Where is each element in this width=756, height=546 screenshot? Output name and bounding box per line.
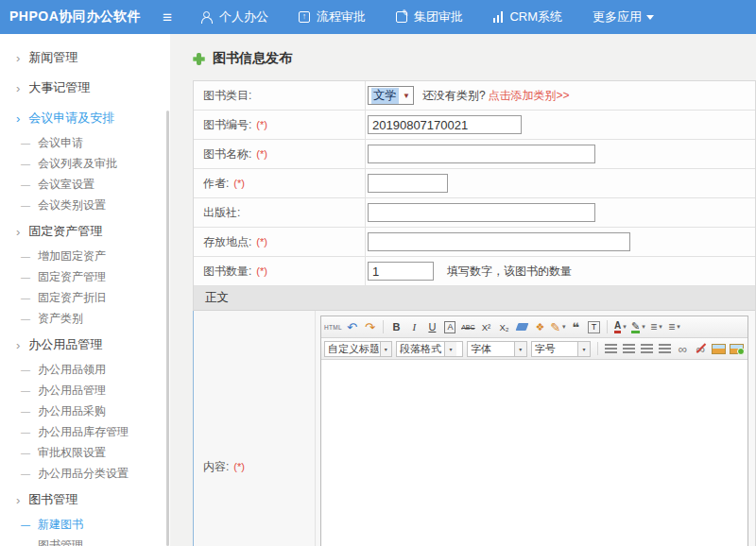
insert-link-button[interactable]: ∞ (675, 340, 691, 357)
required-mark: (*) (256, 148, 267, 160)
paste-text-button[interactable]: T (588, 321, 601, 333)
sidebar-item-supplies-category[interactable]: — 办公用品分类设置 (0, 463, 170, 484)
nav-crm-system[interactable]: CRM系统 (493, 9, 562, 26)
nav-personal-office[interactable]: 个人办公 (200, 9, 268, 26)
strikethrough-button[interactable]: ABC (460, 318, 476, 335)
redo-button[interactable]: ↷ (362, 318, 378, 335)
book-code-input[interactable] (368, 115, 522, 134)
sidebar-group-label: 图书管理 (28, 491, 77, 508)
chevron-right-icon: › (16, 493, 20, 507)
font-color-button[interactable]: A (614, 321, 621, 333)
nav-more-apps[interactable]: 更多应用 (593, 9, 654, 26)
toolbar-separator (607, 320, 608, 333)
font-family-select[interactable]: 字体 ▾ (467, 341, 526, 357)
author-input[interactable] (368, 174, 448, 193)
sidebar-item-label: 固定资产折旧 (38, 290, 106, 306)
field-label: 作者: (*) (194, 169, 365, 197)
eraser-button[interactable] (514, 318, 530, 335)
sidebar-scrollbar[interactable] (166, 111, 169, 546)
paragraph-format-select[interactable]: 段落格式 ▾ (396, 341, 463, 357)
format-clean-button[interactable]: ❖ (532, 318, 548, 335)
sidebar-item-asset-manage[interactable]: — 固定资产管理 (0, 266, 170, 287)
sidebar-group-events[interactable]: › 大事记管理 (0, 74, 170, 102)
select-caret-icon: ▾ (514, 342, 526, 356)
image-upload-icon (730, 344, 744, 354)
sidebar-group-meetings[interactable]: › 会议申请及安排 (0, 104, 170, 132)
sidebar-item-asset-category[interactable]: — 资产类别 (0, 308, 170, 329)
nav-group-approval[interactable]: ✎ 集团审批 (396, 9, 463, 26)
select-label: 字体 (468, 342, 513, 356)
sidebar-item-supplies-purchase[interactable]: — 办公用品采购 (0, 401, 170, 421)
editor-content-area[interactable] (321, 360, 747, 546)
sidebar-item-label: 会议类别设置 (38, 197, 106, 213)
html-source-button[interactable]: HTML (324, 318, 342, 335)
sidebar-item-meeting-apply[interactable]: — 会议申请 (0, 132, 170, 153)
sidebar-group-news[interactable]: › 新闻管理 (0, 43, 170, 72)
underline-button[interactable]: U (424, 318, 440, 335)
undo-button[interactable]: ↶ (344, 318, 360, 335)
font-size-select[interactable]: 字号 ▾ (531, 341, 591, 357)
insert-image-button[interactable] (711, 340, 727, 357)
label-text: 图书名称: (203, 146, 251, 162)
italic-button[interactable]: I (406, 318, 422, 335)
select-caret-icon: ▾ (444, 342, 456, 356)
align-center-button[interactable] (621, 340, 637, 357)
required-mark: (*) (256, 119, 267, 130)
sidebar-item-meeting-category[interactable]: — 会议类别设置 (0, 195, 170, 215)
align-justify-button[interactable] (657, 340, 673, 357)
sidebar-item-label: 办公用品采购 (38, 403, 106, 419)
quantity-hint: 填写数字，该图书的数量 (447, 264, 572, 280)
sidebar-group-books[interactable]: › 图书管理 (0, 486, 170, 514)
location-input[interactable] (368, 232, 630, 251)
select-label: 字号 (532, 342, 577, 356)
sidebar-group-office-supplies[interactable]: › 办公用品管理 (0, 331, 170, 359)
quantity-input[interactable] (368, 262, 434, 281)
form-row-code: 图书编号: (*) (194, 111, 755, 140)
highlight-color-button[interactable]: ✎ (631, 321, 640, 333)
sidebar-group-fixed-assets[interactable]: › 固定资产管理 (0, 217, 170, 246)
dash-icon: — (21, 469, 30, 479)
publisher-input[interactable] (368, 203, 595, 222)
chevron-right-icon: › (16, 51, 20, 65)
image-manager-button[interactable] (729, 340, 745, 357)
sidebar-item-supplies-claim[interactable]: — 办公用品领用 (0, 359, 170, 380)
sidebar-item-supplies-manage[interactable]: — 办公用品管理 (0, 380, 170, 401)
bold-button[interactable]: B (388, 318, 404, 335)
sidebar-item-label: 资产类别 (38, 311, 83, 327)
blockquote-button[interactable]: ❝ (568, 318, 584, 335)
book-name-input[interactable] (368, 145, 595, 163)
add-category-link[interactable]: 点击添加类别>> (489, 88, 570, 104)
ordered-list-button[interactable]: ≡ (648, 318, 664, 335)
remove-link-button[interactable]: ∞ (693, 340, 709, 357)
align-right-button[interactable] (639, 340, 655, 357)
sidebar-item-new-book[interactable]: — 新建图书 (0, 514, 170, 535)
label-text: 存放地点: (203, 234, 251, 250)
sidebar-item-book-manage[interactable]: — 图书管理 (0, 535, 170, 546)
sidebar-item-label: 固定资产管理 (38, 269, 106, 285)
chevron-right-icon: › (16, 225, 20, 239)
font-border-button[interactable]: A (444, 321, 455, 333)
sidebar-item-label: 会议申请 (38, 135, 83, 151)
sidebar-item-supplies-inventory[interactable]: — 办公用品库存管理 (0, 421, 170, 442)
sidebar-item-asset-depreciation[interactable]: — 固定资产折旧 (0, 287, 170, 308)
chevron-right-icon: › (16, 338, 20, 352)
sidebar-item-approval-permission[interactable]: — 审批权限设置 (0, 442, 170, 463)
sidebar-item-add-asset[interactable]: — 增加固定资产 (0, 246, 170, 266)
sidebar-item-meeting-room[interactable]: — 会议室设置 (0, 174, 170, 195)
page-title: 图书信息发布 (213, 50, 292, 67)
nav-label: 更多应用 (593, 9, 642, 26)
sidebar-menu: › 新闻管理 › 大事记管理 › 会议申请及安排 — 会议申请 — 会议列表及审… (0, 34, 170, 546)
editor-toolbar-row1: HTML ↶ ↷ B I U A ABC X² X₂ ❖ ✎ (321, 316, 747, 338)
subscript-button[interactable]: X₂ (496, 318, 512, 335)
superscript-button[interactable]: X² (478, 318, 494, 335)
edit-square-icon: ✎ (396, 11, 407, 23)
sidebar-item-meeting-list[interactable]: — 会议列表及审批 (0, 153, 170, 174)
book-category-select[interactable]: 文学 ▼ (368, 86, 414, 105)
nav-process-approval[interactable]: ↑ 流程审批 (299, 9, 366, 26)
custom-title-select[interactable]: 自定义标题 ▾ (324, 341, 392, 357)
align-left-button[interactable] (603, 340, 619, 357)
unordered-list-button[interactable]: ≡ (666, 318, 682, 335)
format-painter-button[interactable]: ✎ (550, 318, 566, 335)
menu-toggle-icon[interactable]: ≡ (163, 9, 172, 26)
form-row-author: 作者: (*) (194, 169, 755, 198)
